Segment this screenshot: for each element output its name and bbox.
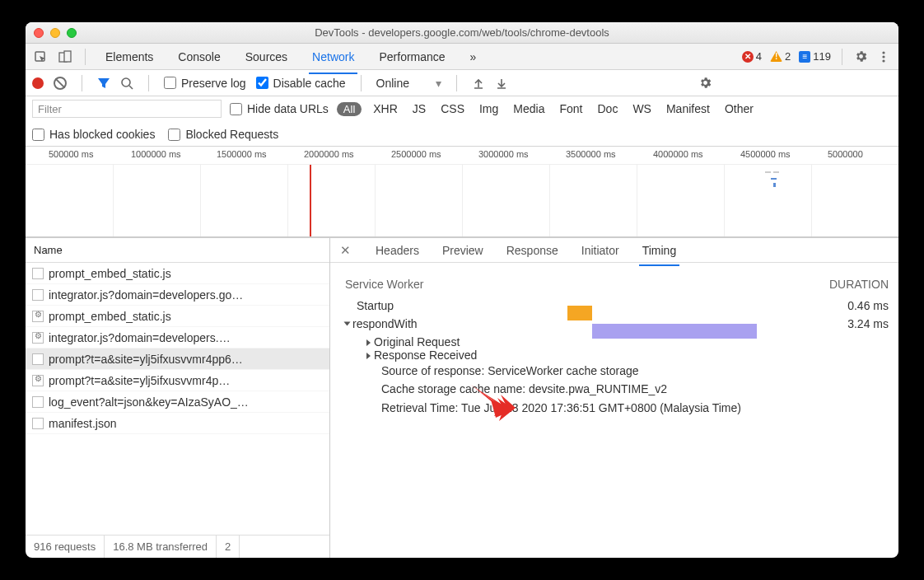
settings-icon[interactable]: [851, 47, 870, 67]
detail-tab-initiator[interactable]: Initiator: [580, 241, 621, 260]
request-row[interactable]: manifest.json: [26, 413, 329, 434]
error-count[interactable]: ✕4: [740, 50, 764, 63]
kebab-menu-icon[interactable]: [874, 47, 894, 67]
gear-file-icon: [32, 311, 44, 322]
file-icon: [32, 268, 44, 279]
separator: [361, 75, 362, 91]
tab-sources[interactable]: Sources: [242, 45, 291, 68]
request-list: prompt_embed_static.jsintegrator.js?doma…: [26, 263, 329, 535]
network-settings-icon[interactable]: [698, 76, 712, 90]
svg-rect-2: [64, 51, 71, 62]
request-row[interactable]: log_event?alt=json&key=AIzaSyAO_…: [26, 391, 329, 413]
respondwith-toggle[interactable]: respondWith: [345, 317, 493, 330]
blocked-cookies-checkbox[interactable]: Has blocked cookies: [32, 128, 155, 141]
response-received-toggle[interactable]: Response Received: [366, 348, 889, 362]
timeline-cursor[interactable]: [310, 165, 311, 236]
startup-label: Startup: [345, 299, 493, 312]
hide-data-urls-checkbox[interactable]: Hide data URLs: [230, 102, 329, 115]
inspect-element-icon[interactable]: [30, 47, 50, 67]
message-count[interactable]: ≡119: [796, 50, 833, 63]
search-icon[interactable]: [120, 77, 133, 90]
filter-toggle-icon[interactable]: [97, 77, 110, 90]
blocked-requests-checkbox[interactable]: Blocked Requests: [168, 128, 278, 141]
timing-detail: Service Worker DURATION Startup 0.46 ms …: [330, 263, 898, 558]
request-name: integrator.js?domain=developers.go…: [49, 288, 243, 302]
request-list-header[interactable]: Name: [26, 238, 329, 263]
devtools-window: DevTools - developers.google.com/web/too…: [26, 22, 898, 558]
timeline-overview[interactable]: 500000 ms 1000000 ms 1500000 ms 2000000 …: [26, 147, 898, 237]
filter-type-js[interactable]: JS: [409, 101, 429, 116]
file-icon: [32, 418, 44, 429]
request-name: prompt_embed_static.js: [49, 310, 171, 323]
startup-bar: [567, 306, 592, 320]
tab-network[interactable]: Network: [309, 45, 357, 68]
tab-performance[interactable]: Performance: [376, 45, 448, 68]
request-name: manifest.json: [49, 417, 116, 430]
request-name: integrator.js?domain=developers.…: [49, 331, 231, 344]
source-of-response: Source of response: ServiceWorker cache …: [381, 362, 889, 380]
respondwith-bar: [592, 324, 757, 339]
preserve-log-checkbox[interactable]: Preserve log: [164, 77, 246, 90]
close-detail-button[interactable]: ✕: [337, 243, 354, 258]
chevron-right-icon: [366, 353, 371, 359]
request-row[interactable]: integrator.js?domain=developers.…: [26, 327, 329, 348]
cache-name: Cache storage cache name: devsite.pwa_RU…: [381, 380, 889, 398]
filter-type-other[interactable]: Other: [721, 101, 757, 116]
footer-transferred: 16.8 MB transferred: [105, 536, 217, 558]
request-row[interactable]: prompt?t=a&site=ylj5ifxusvvmr4p…: [26, 370, 329, 391]
request-list-footer: 916 requests 16.8 MB transferred 2: [26, 535, 329, 558]
separator: [85, 49, 86, 65]
separator: [456, 75, 457, 91]
warning-icon: !: [770, 51, 782, 62]
request-name: prompt?t=a&site=ylj5ifxusvvmr4p…: [49, 374, 230, 387]
filter-type-ws[interactable]: WS: [629, 101, 655, 116]
separator: [82, 75, 82, 91]
footer-extra: 2: [217, 536, 240, 558]
network-split: Name prompt_embed_static.jsintegrator.js…: [26, 237, 898, 558]
request-row[interactable]: prompt_embed_static.js: [26, 263, 329, 284]
filter-type-xhr[interactable]: XHR: [370, 101, 401, 116]
filter-type-media[interactable]: Media: [510, 101, 548, 116]
tab-console[interactable]: Console: [175, 45, 223, 68]
detail-tab-preview[interactable]: Preview: [441, 241, 485, 260]
filter-input[interactable]: Filter: [32, 100, 222, 118]
disable-cache-checkbox[interactable]: Disable cache: [256, 77, 346, 90]
warning-count[interactable]: !2: [768, 50, 793, 63]
window-title: DevTools - developers.google.com/web/too…: [26, 26, 898, 39]
retrieval-time: Retrieval Time: Tue Jun 23 2020 17:36:51…: [381, 399, 889, 417]
footer-requests: 916 requests: [26, 536, 105, 558]
upload-har-icon[interactable]: [472, 77, 485, 90]
detail-tab-headers[interactable]: Headers: [374, 241, 421, 260]
request-name: prompt_embed_static.js: [49, 267, 171, 280]
filter-type-img[interactable]: Img: [476, 101, 502, 116]
chevron-right-icon: [366, 339, 371, 346]
filter-type-all[interactable]: All: [337, 102, 362, 116]
window-titlebar: DevTools - developers.google.com/web/too…: [26, 22, 898, 44]
gear-file-icon: [32, 332, 44, 344]
clear-button[interactable]: [54, 77, 67, 90]
tab-elements[interactable]: Elements: [102, 45, 156, 68]
chevron-down-icon: [344, 322, 351, 326]
device-toggle-icon[interactable]: [55, 47, 75, 67]
filter-type-manifest[interactable]: Manifest: [663, 101, 713, 116]
detail-tab-response[interactable]: Response: [505, 241, 560, 260]
request-row[interactable]: prompt?t=a&site=ylj5ifxusvvmr4pp6…: [26, 348, 329, 370]
svg-point-5: [882, 59, 884, 62]
download-har-icon[interactable]: [495, 77, 508, 90]
request-row[interactable]: prompt_embed_static.js: [26, 306, 329, 327]
svg-line-7: [129, 86, 133, 89]
message-icon: ≡: [799, 51, 810, 63]
main-tabstrip: Elements Console Sources Network Perform…: [26, 44, 898, 70]
throttle-select[interactable]: Online▾: [376, 77, 441, 90]
detail-tab-timing[interactable]: Timing: [641, 241, 679, 260]
request-name: prompt?t=a&site=ylj5ifxusvvmr4pp6…: [49, 353, 243, 366]
tabs-overflow[interactable]: »: [467, 45, 480, 68]
request-row[interactable]: integrator.js?domain=developers.go…: [26, 284, 329, 306]
gear-file-icon: [32, 375, 44, 386]
filter-type-css[interactable]: CSS: [437, 101, 468, 116]
network-toolbar: Preserve log Disable cache Online▾: [26, 70, 898, 96]
respondwith-duration: 3.24 ms: [823, 317, 889, 330]
filter-type-doc[interactable]: Doc: [594, 101, 621, 116]
filter-type-font[interactable]: Font: [556, 101, 586, 116]
record-button[interactable]: [32, 77, 44, 89]
